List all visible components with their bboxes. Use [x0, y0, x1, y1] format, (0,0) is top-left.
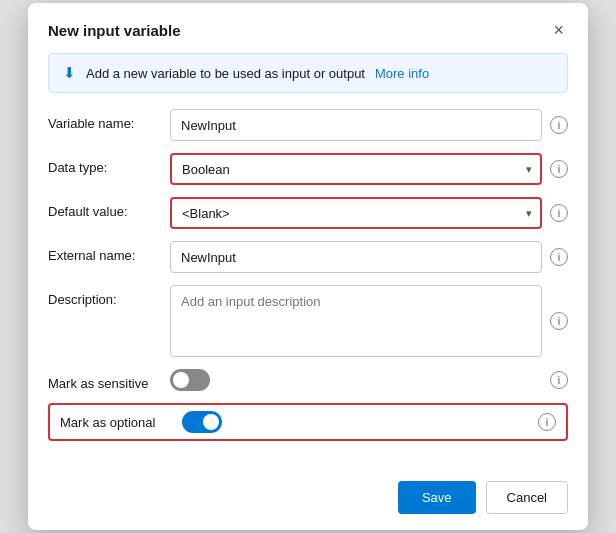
data-type-info-icon[interactable]: i	[550, 160, 568, 178]
mark-sensitive-label: Mark as sensitive	[48, 369, 158, 391]
description-row: Description: i	[48, 285, 568, 357]
dialog-title: New input variable	[48, 22, 181, 39]
mark-optional-toggle[interactable]	[182, 411, 222, 433]
description-control: i	[170, 285, 568, 357]
variable-name-row: Variable name: i	[48, 109, 568, 141]
external-name-control: i	[170, 241, 568, 273]
dialog-footer: Save Cancel	[28, 469, 588, 530]
mark-sensitive-toggle-wrap	[170, 369, 210, 391]
data-type-select[interactable]: Boolean Text Number DateTime List Custom…	[170, 153, 542, 185]
data-type-row: Data type: Boolean Text Number DateTime …	[48, 153, 568, 185]
download-icon: ⬇	[63, 64, 76, 82]
external-name-info-icon[interactable]: i	[550, 248, 568, 266]
data-type-control: Boolean Text Number DateTime List Custom…	[170, 153, 568, 185]
variable-name-input[interactable]	[170, 109, 542, 141]
mark-sensitive-row: Mark as sensitive i	[48, 369, 568, 391]
external-name-row: External name: i	[48, 241, 568, 273]
mark-sensitive-control: i	[170, 369, 568, 391]
info-banner: ⬇ Add a new variable to be used as input…	[48, 53, 568, 93]
default-value-select-wrap: <Blank> True False ▾	[170, 197, 542, 229]
more-info-link[interactable]: More info	[375, 66, 429, 81]
cancel-button[interactable]: Cancel	[486, 481, 568, 514]
mark-optional-info-icon[interactable]: i	[538, 413, 556, 431]
variable-name-control: i	[170, 109, 568, 141]
external-name-input[interactable]	[170, 241, 542, 273]
default-value-info-icon[interactable]: i	[550, 204, 568, 222]
default-value-label: Default value:	[48, 197, 158, 219]
banner-text: Add a new variable to be used as input o…	[86, 66, 365, 81]
save-button[interactable]: Save	[398, 481, 476, 514]
mark-sensitive-toggle[interactable]	[170, 369, 210, 391]
data-type-select-wrap: Boolean Text Number DateTime List Custom…	[170, 153, 542, 185]
dialog-header: New input variable ×	[28, 3, 588, 53]
default-value-select[interactable]: <Blank> True False	[170, 197, 542, 229]
mark-sensitive-info-icon[interactable]: i	[550, 371, 568, 389]
variable-name-label: Variable name:	[48, 109, 158, 131]
description-label: Description:	[48, 285, 158, 307]
form-body: Variable name: i Data type: Boolean Text…	[28, 109, 588, 469]
default-value-row: Default value: <Blank> True False ▾ i	[48, 197, 568, 229]
dialog: New input variable × ⬇ Add a new variabl…	[28, 3, 588, 530]
mark-optional-slider	[182, 411, 222, 433]
mark-optional-label: Mark as optional	[60, 415, 170, 430]
external-name-label: External name:	[48, 241, 158, 263]
mark-optional-toggle-wrap	[182, 411, 222, 433]
mark-optional-row: Mark as optional i	[48, 403, 568, 441]
description-info-icon[interactable]: i	[550, 312, 568, 330]
mark-sensitive-slider	[170, 369, 210, 391]
description-textarea[interactable]	[170, 285, 542, 357]
default-value-control: <Blank> True False ▾ i	[170, 197, 568, 229]
data-type-label: Data type:	[48, 153, 158, 175]
variable-name-info-icon[interactable]: i	[550, 116, 568, 134]
close-button[interactable]: ×	[549, 19, 568, 41]
